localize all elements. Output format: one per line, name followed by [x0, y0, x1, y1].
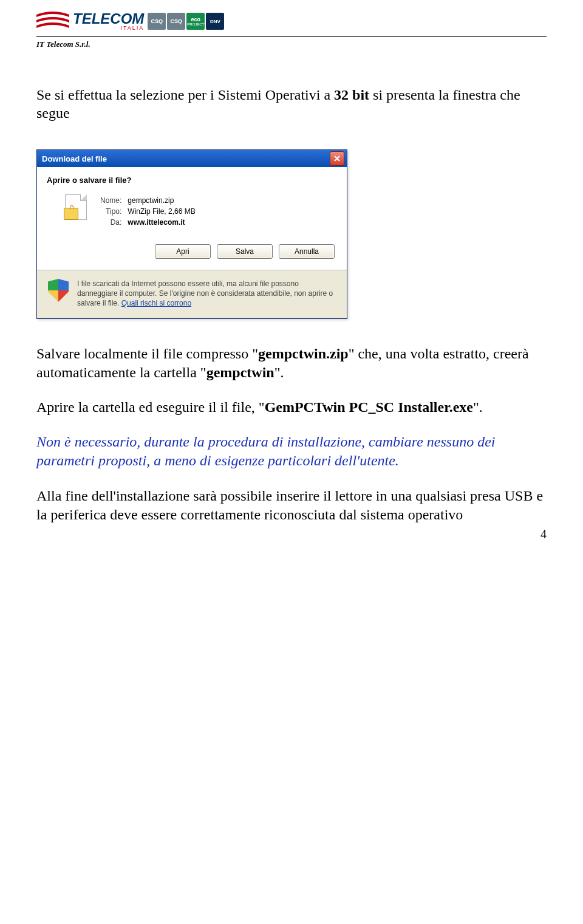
- dialog-titlebar[interactable]: Download del file: [37, 150, 347, 167]
- company-line: IT Telecom S.r.l.: [36, 36, 547, 49]
- header-logos: TELECOM ITALIA CSQ CSQ ecoPROJECT DNV: [36, 11, 547, 32]
- paragraph-1: Salvare localmente il file compresso "ge…: [36, 344, 547, 382]
- label-name: Nome:: [98, 196, 124, 205]
- warning-text: I file scaricati da Internet possono ess…: [77, 279, 333, 307]
- note-paragraph: Non è necessario, durante la procedura d…: [36, 433, 547, 470]
- save-button[interactable]: Salva: [217, 244, 273, 259]
- telecom-logo: TELECOM ITALIA: [36, 11, 144, 32]
- dialog-warning: I file scaricati da Internet possono ess…: [77, 279, 336, 309]
- close-icon[interactable]: [330, 151, 344, 166]
- logo-text: TELECOM: [73, 12, 144, 26]
- shield-icon: [48, 279, 69, 302]
- label-from: Da:: [98, 217, 124, 227]
- risks-link[interactable]: Quali rischi si corrono: [121, 299, 191, 307]
- eco-badge: ecoPROJECT: [186, 13, 205, 30]
- dialog-question: Aprire o salvare il file?: [47, 176, 337, 185]
- zip-file-icon: [64, 194, 88, 221]
- intro-text: Se si effettua la selezione per i Sistem…: [36, 86, 547, 122]
- dialog-buttons: Apri Salva Annulla: [47, 244, 335, 259]
- certification-badges: CSQ CSQ ecoPROJECT DNV: [148, 13, 224, 30]
- file-name: gempctwin.zip: [125, 196, 197, 205]
- cancel-button[interactable]: Annulla: [279, 244, 335, 259]
- dnv-badge: DNV: [206, 13, 224, 30]
- intro-bits: 32 bit: [334, 87, 369, 103]
- dialog-title: Download del file: [42, 154, 107, 163]
- file-from: www.ittelecom.it: [125, 217, 197, 227]
- paragraph-3: Alla fine dell'installazione sarà possib…: [36, 487, 547, 524]
- download-dialog: Download del file Aprire o salvare il fi…: [36, 149, 347, 319]
- dialog-footer: I file scaricati da Internet possono ess…: [37, 270, 347, 318]
- telecom-waves-icon: [36, 11, 69, 32]
- open-button[interactable]: Apri: [155, 244, 211, 259]
- dialog-body: Aprire o salvare il file? Nome: gempctwi…: [37, 167, 347, 270]
- file-type: WinZip File, 2,66 MB: [125, 207, 197, 216]
- file-info: Nome: gempctwin.zip Tipo: WinZip File, 2…: [64, 194, 337, 228]
- page-number: 4: [540, 527, 547, 541]
- csq-badge-2: CSQ: [167, 13, 185, 30]
- intro-prefix: Se si effettua la selezione per i Sistem…: [36, 87, 334, 103]
- label-type: Tipo:: [98, 207, 124, 216]
- csq-badge: CSQ: [148, 13, 166, 30]
- paragraph-2: Aprire la cartella ed eseguire il il fil…: [36, 398, 547, 417]
